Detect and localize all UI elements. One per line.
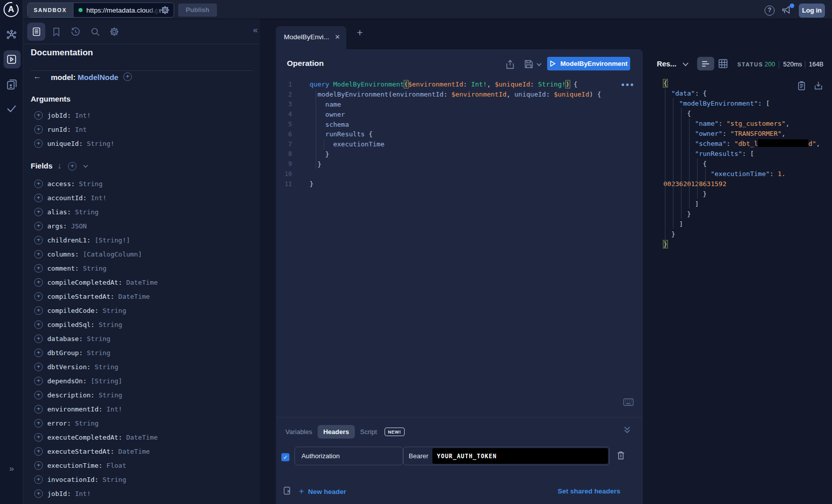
response-json[interactable]: { "data": { "modelByEnvironment": [ { "n… (663, 78, 820, 249)
add-field-icon[interactable]: + (34, 447, 43, 456)
explorer-icon[interactable] (0, 54, 23, 65)
add-field-icon[interactable]: + (34, 461, 43, 470)
response-table-view-button[interactable] (718, 59, 728, 68)
collapse-request-panel-icon[interactable] (624, 426, 631, 434)
close-tab-icon[interactable]: ✕ (335, 33, 340, 41)
field-row[interactable]: + accountId Int! (31, 191, 257, 205)
docs-breadcrumb-type-link[interactable]: ModelNode (78, 73, 118, 81)
history-icon[interactable] (66, 23, 85, 41)
delete-header-icon[interactable] (617, 451, 625, 460)
add-argument-icon[interactable]: + (34, 125, 43, 134)
settings-gear-icon[interactable] (105, 23, 123, 41)
add-all-fields-icon[interactable]: + (68, 162, 77, 171)
argument-row[interactable]: + uniqueId String! (31, 136, 257, 150)
tab-script[interactable]: Script (355, 425, 383, 439)
keyboard-shortcuts-icon[interactable] (623, 398, 634, 406)
field-row[interactable]: + compileStartedAt DateTime (31, 289, 257, 303)
field-row[interactable]: + comment String (31, 261, 257, 275)
run-operation-button[interactable]: ModelByEnvironment (547, 57, 630, 70)
field-row[interactable]: + executeStartedAt DateTime (31, 444, 257, 458)
operation-menu-icon[interactable] (622, 83, 633, 86)
field-row[interactable]: + dependsOn [String] (31, 374, 257, 388)
field-row[interactable]: + error String (31, 416, 257, 430)
endpoint-url-segment[interactable]: https://metadata.cloud.get (73, 3, 174, 17)
field-row[interactable]: + jobId Int! (31, 486, 257, 500)
add-field-icon[interactable]: + (34, 377, 43, 385)
field-row[interactable]: + alias String (31, 205, 257, 219)
field-row[interactable]: + compiledCode String (31, 303, 257, 317)
field-row[interactable]: + compiledSql String (31, 317, 257, 331)
field-row[interactable]: + executeCompletedAt DateTime (31, 430, 257, 444)
tab-variables[interactable]: Variables (280, 425, 318, 439)
operation-tab[interactable]: ModelByEnvi... ✕ (276, 26, 346, 49)
add-field-icon[interactable]: + (34, 475, 43, 484)
field-row[interactable]: + access String (31, 177, 257, 191)
add-field-icon[interactable]: + (34, 306, 43, 315)
graphql-editor[interactable]: 1 query ModelByEnvironment($environmentI… (282, 79, 601, 189)
add-field-icon[interactable]: + (34, 208, 43, 216)
field-row[interactable]: + executionTime Float (31, 458, 257, 472)
add-field-icon[interactable]: + (34, 320, 43, 329)
sandbox-mode-chip[interactable]: SANDBOX (28, 3, 73, 17)
save-operation-icon[interactable] (524, 60, 533, 68)
field-row[interactable]: + dbtVersion String (31, 360, 257, 374)
help-icon[interactable]: ? (765, 6, 775, 16)
field-row[interactable]: + args JSON (31, 219, 257, 233)
collections-icon[interactable] (0, 78, 23, 91)
add-argument-icon[interactable]: + (34, 139, 43, 148)
save-options-chevron-icon[interactable] (537, 63, 542, 66)
field-row[interactable]: + description String (31, 388, 257, 402)
checks-icon[interactable] (0, 103, 23, 115)
add-field-icon[interactable]: + (34, 489, 43, 498)
add-field-icon[interactable]: + (34, 194, 43, 202)
add-field-icon[interactable]: + (34, 222, 43, 230)
schema-graph-icon[interactable] (0, 29, 23, 41)
add-field-icon[interactable]: + (34, 433, 43, 442)
new-header-button[interactable]: + New header (299, 486, 346, 496)
field-row[interactable]: + database String (31, 331, 257, 346)
docs-back-icon[interactable]: ← (33, 72, 41, 81)
add-field-icon[interactable]: + (34, 236, 43, 244)
expand-rail-icon[interactable]: » (0, 464, 23, 474)
auth-token-value[interactable]: YOUR_AUTH_TOKEN (432, 448, 608, 464)
add-field-icon[interactable]: + (34, 292, 43, 301)
header-value-input[interactable]: Bearer YOUR_AUTH_TOKEN (403, 447, 610, 465)
tab-headers[interactable]: Headers (318, 425, 354, 439)
set-shared-headers-link[interactable]: Set shared headers (558, 487, 621, 495)
preflight-script-icon[interactable] (283, 486, 292, 495)
field-row[interactable]: + compileCompletedAt DateTime (31, 275, 257, 289)
search-icon[interactable] (86, 23, 104, 41)
sort-fields-icon[interactable]: ↓ (57, 161, 61, 171)
new-tab-button[interactable]: + (354, 27, 366, 39)
add-field-icon[interactable]: + (34, 334, 43, 343)
fields-chevron-icon[interactable] (83, 164, 88, 168)
add-field-icon[interactable]: + (34, 264, 43, 273)
header-enabled-checkbox[interactable]: ✓ (281, 453, 289, 461)
argument-row[interactable]: + runId Int (31, 122, 257, 136)
field-row[interactable]: + columns [CatalogColumn] (31, 247, 257, 261)
field-row[interactable]: + invocationId String (31, 472, 257, 486)
response-panel-title[interactable]: Res... (657, 60, 676, 68)
argument-row[interactable]: + jobId Int! (31, 108, 257, 122)
add-model-field-icon[interactable]: + (123, 72, 132, 81)
add-field-icon[interactable]: + (34, 250, 43, 259)
field-row[interactable]: + childrenL1 [String!] (31, 233, 257, 247)
endpoint-settings-gear-icon[interactable] (161, 6, 170, 15)
field-row[interactable]: + environmentId Int! (31, 402, 257, 416)
field-row[interactable]: + dbtGroup String (31, 346, 257, 360)
add-field-icon[interactable]: + (34, 419, 43, 428)
add-field-icon[interactable]: + (34, 391, 43, 399)
add-field-icon[interactable]: + (34, 278, 43, 287)
login-button[interactable]: Log in (799, 4, 825, 18)
share-operation-icon[interactable] (506, 60, 514, 69)
add-field-icon[interactable]: + (34, 180, 43, 188)
collapse-docs-icon[interactable]: « (253, 25, 257, 35)
documentation-tab-icon[interactable] (27, 23, 45, 41)
add-argument-icon[interactable]: + (34, 111, 43, 120)
add-field-icon[interactable]: + (34, 349, 43, 357)
bookmarks-icon[interactable] (47, 23, 65, 41)
publish-button[interactable]: Publish (178, 4, 217, 17)
add-field-icon[interactable]: + (34, 405, 43, 413)
response-dropdown-chevron-icon[interactable] (683, 62, 689, 66)
apollo-logo[interactable]: A (4, 2, 19, 17)
